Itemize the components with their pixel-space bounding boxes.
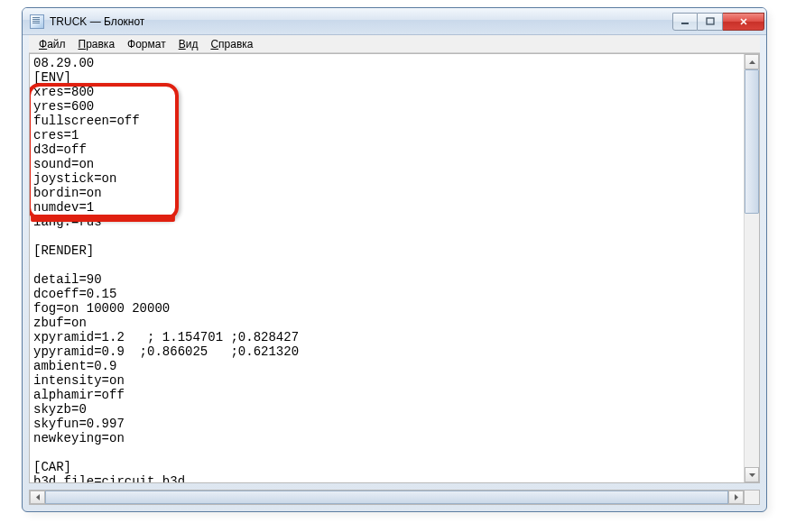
notepad-icon <box>30 14 44 29</box>
notepad-window: TRUCK — Блокнот Файл Правка Формат Вид С… <box>22 7 767 512</box>
close-button[interactable] <box>723 13 764 31</box>
scroll-thumb[interactable] <box>745 69 759 214</box>
window-controls <box>672 13 764 31</box>
maximize-button[interactable] <box>698 13 723 31</box>
menu-file[interactable]: Файл <box>32 37 72 51</box>
menu-edit[interactable]: Правка <box>72 37 122 51</box>
scroll-track[interactable] <box>745 69 759 467</box>
scroll-up-button[interactable] <box>745 54 759 69</box>
svg-rect-0 <box>681 23 689 24</box>
chevron-right-icon <box>735 494 738 500</box>
chevron-down-icon <box>749 473 755 477</box>
menu-view[interactable]: Вид <box>172 37 205 51</box>
client-area: 08.29.00 [ENV] xres=800 yres=600 fullscr… <box>29 53 760 483</box>
close-icon <box>739 17 748 26</box>
chevron-up-icon <box>749 60 755 64</box>
chevron-left-icon <box>36 494 40 500</box>
minimize-icon <box>680 17 690 26</box>
window-title: TRUCK — Блокнот <box>50 15 144 28</box>
horizontal-scroll-row <box>29 490 760 505</box>
hscroll-track[interactable] <box>45 491 728 504</box>
text-editor[interactable]: 08.29.00 [ENV] xres=800 yres=600 fullscr… <box>30 54 744 482</box>
maximize-icon <box>706 17 715 26</box>
scroll-left-button[interactable] <box>30 491 45 504</box>
annotation-highlight <box>30 83 179 220</box>
minimize-button[interactable] <box>672 13 698 31</box>
menu-help[interactable]: Справка <box>204 37 259 51</box>
titlebar[interactable]: TRUCK — Блокнот <box>23 8 766 35</box>
hscroll-thumb[interactable] <box>45 491 728 504</box>
scroll-down-button[interactable] <box>745 467 759 482</box>
horizontal-scrollbar[interactable] <box>29 490 745 505</box>
menu-format[interactable]: Формат <box>121 37 172 51</box>
scroll-right-button[interactable] <box>728 491 744 504</box>
annotation-strike <box>31 216 175 220</box>
resize-grip[interactable] <box>745 490 760 505</box>
vertical-scrollbar[interactable] <box>744 54 759 482</box>
menubar: Файл Правка Формат Вид Справка <box>29 35 760 53</box>
svg-rect-1 <box>707 18 714 24</box>
